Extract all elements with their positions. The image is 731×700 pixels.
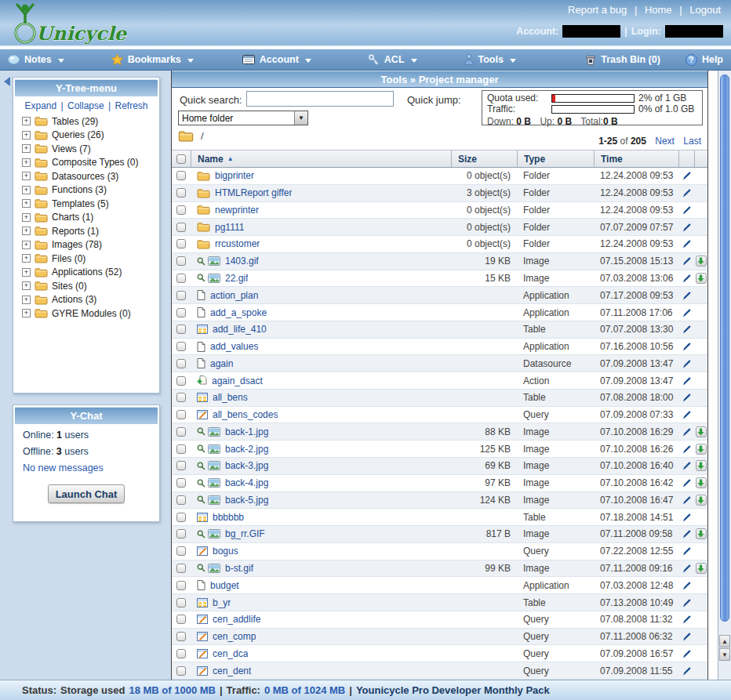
- expand-plus-icon[interactable]: +: [22, 213, 31, 222]
- file-name-link[interactable]: newprinter: [215, 205, 259, 216]
- tree-item[interactable]: + GYRE Modules (0): [15, 306, 158, 321]
- expand-link[interactable]: Expand: [24, 100, 56, 111]
- expand-plus-icon[interactable]: +: [22, 131, 31, 140]
- preview-magnifier-icon[interactable]: [197, 479, 205, 488]
- edit-pencil-icon[interactable]: [682, 581, 691, 590]
- tree-item[interactable]: + Queries (26): [15, 129, 158, 143]
- expand-plus-icon[interactable]: +: [22, 309, 31, 317]
- expand-plus-icon[interactable]: +: [22, 241, 31, 249]
- preview-magnifier-icon[interactable]: [197, 274, 205, 282]
- edit-pencil-icon[interactable]: [682, 205, 691, 215]
- row-checkbox[interactable]: [176, 274, 186, 283]
- edit-pencil-icon[interactable]: [682, 410, 691, 419]
- file-name-link[interactable]: again: [210, 358, 233, 369]
- edit-pencil-icon[interactable]: [682, 649, 691, 658]
- tree-item[interactable]: + Images (78): [15, 238, 158, 252]
- edit-pencil-icon[interactable]: [682, 666, 691, 676]
- download-button[interactable]: [696, 477, 707, 488]
- preview-magnifier-icon[interactable]: [197, 444, 205, 453]
- folder-select[interactable]: Home folder ▼: [178, 111, 308, 125]
- expand-plus-icon[interactable]: +: [22, 186, 31, 194]
- row-checkbox[interactable]: [176, 615, 186, 624]
- edit-pencil-icon[interactable]: [682, 223, 691, 232]
- scroll-down-button[interactable]: ▼: [719, 648, 730, 661]
- download-button[interactable]: [696, 563, 707, 574]
- edit-pencil-icon[interactable]: [682, 461, 691, 470]
- menu-tools[interactable]: Tools: [464, 54, 516, 65]
- file-name-link[interactable]: back-5.jpg: [225, 495, 268, 506]
- edit-pencil-icon[interactable]: [682, 513, 691, 522]
- vertical-scrollbar[interactable]: ▲ ▼: [718, 71, 731, 680]
- download-button[interactable]: [696, 528, 707, 539]
- refresh-link[interactable]: Refresh: [115, 100, 148, 111]
- tree-item[interactable]: + Datasources (3): [15, 169, 158, 183]
- edit-pencil-icon[interactable]: [682, 342, 691, 351]
- expand-plus-icon[interactable]: +: [22, 268, 31, 277]
- row-checkbox[interactable]: [176, 598, 186, 608]
- tree-item[interactable]: + Actions (3): [15, 293, 158, 307]
- file-name-link[interactable]: 22.gif: [225, 273, 248, 284]
- column-header-time[interactable]: Time: [594, 151, 678, 167]
- expand-plus-icon[interactable]: +: [22, 144, 31, 153]
- edit-pencil-icon[interactable]: [682, 615, 691, 624]
- logout-link[interactable]: Logout: [689, 4, 721, 16]
- row-checkbox[interactable]: [176, 223, 186, 232]
- file-name-link[interactable]: add_values: [210, 341, 258, 352]
- menu-notes[interactable]: Notes: [8, 54, 64, 65]
- column-header-type[interactable]: Type: [517, 151, 594, 167]
- tree-item[interactable]: + Templates (5): [15, 197, 158, 211]
- expand-plus-icon[interactable]: +: [22, 227, 31, 235]
- expand-plus-icon[interactable]: +: [22, 172, 31, 180]
- row-checkbox[interactable]: [176, 239, 186, 248]
- edit-pencil-icon[interactable]: [682, 188, 691, 198]
- download-button[interactable]: [696, 273, 707, 284]
- edit-pencil-icon[interactable]: [682, 495, 691, 505]
- row-checkbox[interactable]: [176, 171, 186, 180]
- launch-chat-button[interactable]: Launch Chat: [48, 484, 125, 503]
- edit-pencil-icon[interactable]: [682, 308, 691, 317]
- row-checkbox[interactable]: [176, 666, 186, 676]
- preview-magnifier-icon[interactable]: [197, 257, 205, 266]
- file-name-link[interactable]: budget: [210, 580, 239, 591]
- edit-pencil-icon[interactable]: [682, 291, 691, 300]
- download-button[interactable]: [696, 426, 707, 437]
- row-checkbox[interactable]: [176, 291, 186, 300]
- row-checkbox[interactable]: [176, 359, 186, 368]
- collapse-link[interactable]: Collapse: [67, 100, 104, 111]
- next-page-link[interactable]: Next: [655, 136, 675, 147]
- file-name-link[interactable]: all_bens: [213, 392, 248, 403]
- expand-plus-icon[interactable]: +: [22, 158, 31, 167]
- preview-magnifier-icon[interactable]: [197, 427, 205, 436]
- edit-pencil-icon[interactable]: [682, 478, 691, 488]
- file-name-link[interactable]: HTMLReport giffer: [215, 187, 292, 198]
- scroll-up-button[interactable]: ▲: [719, 635, 730, 647]
- edit-pencil-icon[interactable]: [682, 546, 691, 556]
- edit-pencil-icon[interactable]: [682, 598, 691, 608]
- edit-pencil-icon[interactable]: [682, 359, 691, 368]
- download-button[interactable]: [696, 256, 707, 267]
- edit-pencil-icon[interactable]: [682, 564, 691, 573]
- menu-bookmarks[interactable]: Bookmarks: [111, 54, 194, 65]
- tree-item[interactable]: + Functions (3): [15, 183, 158, 198]
- row-checkbox[interactable]: [176, 495, 186, 505]
- row-checkbox[interactable]: [176, 529, 186, 539]
- breadcrumb[interactable]: /: [178, 130, 204, 142]
- row-checkbox[interactable]: [176, 308, 186, 317]
- row-checkbox[interactable]: [176, 376, 186, 386]
- row-checkbox[interactable]: [176, 427, 186, 437]
- file-name-link[interactable]: back-4.jpg: [225, 477, 268, 488]
- edit-pencil-icon[interactable]: [682, 632, 691, 641]
- file-name-link[interactable]: cen_comp: [213, 631, 256, 642]
- download-button[interactable]: [696, 495, 707, 506]
- preview-magnifier-icon[interactable]: [197, 564, 205, 572]
- tree-item[interactable]: + Composite Types (0): [15, 156, 158, 170]
- sidebar-collapse-icon[interactable]: [4, 77, 10, 86]
- row-checkbox[interactable]: [176, 256, 186, 266]
- file-name-link[interactable]: rrcustomer: [215, 238, 260, 249]
- file-name-link[interactable]: cen_dca: [213, 648, 248, 659]
- quick-search-input[interactable]: [246, 91, 394, 107]
- select-arrow-icon[interactable]: ▼: [294, 111, 307, 125]
- row-checkbox[interactable]: [176, 188, 186, 198]
- menu-account[interactable]: Account: [242, 54, 311, 65]
- select-all-checkbox[interactable]: [176, 154, 186, 164]
